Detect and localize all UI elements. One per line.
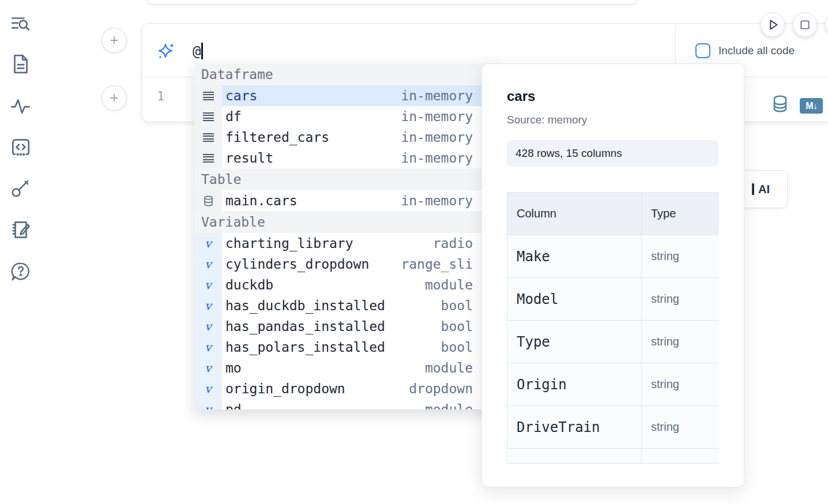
left-sidebar [0,0,42,504]
column-name: DriveTrain [517,419,600,435]
item-name: cars [225,88,257,103]
autocomplete-dropdown: Dataframe cars in-memory df in-memory fi… [194,63,496,409]
variable-icon: v [205,362,211,374]
autocomplete-item[interactable]: v has_duckdb_installed bool [194,295,496,316]
item-name: mo [225,360,242,375]
item-type: range_sli [401,257,473,272]
item-type: radio [433,236,473,251]
include-all-code-label: Include all code [718,44,795,57]
variable-icon: v [205,321,211,332]
table-cell: string [642,363,719,406]
activity-icon[interactable] [10,95,32,117]
item-type: in-memory [401,151,473,166]
stop-button[interactable] [793,13,817,37]
autocomplete-item-partial[interactable]: v pd module [194,399,496,409]
stop-icon [793,13,816,37]
autocomplete-item[interactable]: v duckdb module [194,274,496,295]
variable-icon: v [205,238,211,249]
column-type: string [651,420,679,434]
table-cell: string [642,278,719,321]
run-cell-button[interactable] [761,13,785,37]
item-type: in-memory [401,109,473,124]
sparkles-icon [157,42,175,61]
variable-icon: v [205,404,211,409]
preview-source: Source: memory [507,114,718,126]
variable-icon: v [205,258,211,270]
item-type: bool [441,298,473,313]
scratchpad-icon[interactable] [10,219,32,240]
column-type: string [651,378,679,391]
previous-cell-bottom-edge [145,0,639,5]
autocomplete-item[interactable]: filtered_cars in-memory [194,127,496,148]
autocomplete-item[interactable]: v origin_dropdown dropdown [194,378,496,399]
autocomplete-section-header: Variable [194,211,496,233]
autocomplete-item[interactable]: cars in-memory [194,85,496,106]
table-cell: DriveTrain [507,406,642,449]
column-header: Type [642,193,719,235]
autocomplete-item[interactable]: v mo module [194,358,496,378]
prompt-value: @ [193,43,201,59]
autocomplete-section-header: Table [194,168,496,190]
table-cell: Type [507,321,642,363]
datasource-panel-icon[interactable] [772,95,788,113]
add-cell-button-top[interactable]: + [101,28,127,53]
table-cell: Origin [507,363,642,406]
column-type: string [651,292,679,306]
autocomplete-item[interactable]: v has_pandas_installed bool [194,316,496,337]
key-icon[interactable] [10,177,32,199]
table-cell: string [642,235,719,278]
item-name: cylinders_dropdown [225,257,369,272]
dataframe-preview-popup: cars Source: memory 428 rows, 15 columns… [481,63,744,487]
item-name: df [225,109,242,124]
help-icon[interactable] [10,261,32,283]
column-name: Origin [517,377,567,393]
item-name: result [225,151,273,166]
autocomplete-item[interactable]: v charting_library radio [194,233,496,254]
column-header: Column [507,193,642,235]
marimo-notebook-app: + + @ Include all code 1 [0,0,828,504]
item-type: module [425,277,473,292]
preview-stats-badge: 428 rows, 15 columns [507,140,718,167]
dataframe-rows-icon [203,154,214,163]
dataframe-rows-icon [203,92,214,100]
clipped-glyph [752,183,754,195]
variable-icon: v [205,279,211,291]
include-all-code-checkbox[interactable] [695,43,710,58]
table-cell: Make [507,235,642,278]
snippets-icon[interactable] [10,136,32,158]
table-cell: string [642,321,719,363]
item-type: in-memory [401,88,473,103]
column-type: string [651,250,679,263]
dataframe-rows-icon [203,112,214,121]
preview-title: cars [507,88,718,104]
item-name: has_duckdb_installed [225,298,385,313]
autocomplete-item[interactable]: main.cars in-memory [194,190,496,211]
table-cell-partial [642,449,719,464]
play-icon [761,13,784,37]
autocomplete-item[interactable]: v has_polars_installed bool [194,337,496,358]
database-icon [204,195,213,206]
dataframe-rows-icon [203,133,214,142]
add-cell-button-bottom[interactable]: + [101,85,127,111]
autocomplete-item[interactable]: df in-memory [194,106,496,127]
document-icon[interactable] [10,53,32,75]
table-of-contents-search-icon[interactable] [10,13,32,35]
line-number: 1 [157,89,164,103]
ai-prompt-input[interactable]: @ [193,43,203,59]
table-cell: string [642,406,719,449]
column-name: Type [517,334,550,350]
autocomplete-item[interactable]: v cylinders_dropdown range_sli [194,254,496,274]
item-type: module [425,402,473,409]
column-type: string [651,335,679,348]
item-type: bool [441,340,473,355]
item-name: filtered_cars [225,130,329,145]
item-type: in-memory [401,193,473,208]
variable-icon: v [205,383,211,394]
autocomplete-item[interactable]: result in-memory [194,148,496,168]
item-name: main.cars [225,193,298,208]
table-cell: Model [507,278,642,321]
item-type: dropdown [409,381,473,396]
column-name: Make [517,249,550,265]
markdown-icon[interactable]: M↓ [800,98,823,114]
variable-icon: v [205,300,211,311]
